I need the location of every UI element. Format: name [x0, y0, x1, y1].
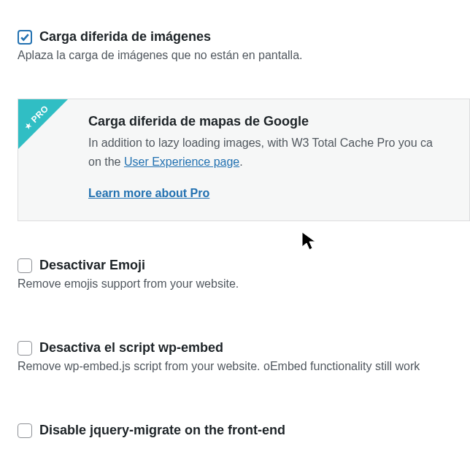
option-header: Disable jquery-migrate on the front-end: [18, 423, 470, 438]
option-disable-jquery-migrate: Disable jquery-migrate on the front-end: [18, 423, 470, 438]
checkbox-disable-wp-embed[interactable]: [18, 341, 32, 356]
option-header: Desactivar Emoji: [18, 258, 470, 273]
checkbox-disable-jquery-migrate[interactable]: [18, 423, 32, 438]
option-header: Carga diferida de imágenes: [18, 29, 470, 45]
option-title: Desactiva el script wp-embed: [39, 340, 223, 356]
checkbox-disable-emoji[interactable]: [18, 258, 32, 273]
option-disable-wp-embed: Desactiva el script wp-embed Remove wp-e…: [18, 340, 470, 373]
option-description: Remove wp-embed.js script from your webs…: [18, 360, 470, 373]
option-description: Remove emojis support from your website.: [18, 277, 470, 291]
option-description: Aplaza la carga de imágenes que no están…: [18, 49, 470, 62]
pro-feature-box: ★ PRO Carga diferida de mapas de Google …: [18, 99, 470, 221]
pro-desc-suffix: .: [239, 156, 242, 168]
pro-feature-description: In addition to lazy loading images, with…: [88, 134, 455, 171]
option-title: Carga diferida de imágenes: [39, 29, 211, 45]
pro-desc-text-2: on the: [88, 156, 124, 168]
option-title: Desactivar Emoji: [39, 258, 145, 273]
user-experience-link[interactable]: User Experience page: [124, 156, 239, 168]
option-lazy-images: Carga diferida de imágenes Aplaza la car…: [18, 29, 470, 62]
learn-more-link[interactable]: Learn more about Pro: [88, 187, 209, 200]
checkbox-lazy-images[interactable]: [18, 30, 32, 45]
option-title: Disable jquery-migrate on the front-end: [39, 423, 285, 438]
settings-section: Carga diferida de imágenes Aplaza la car…: [0, 0, 470, 438]
option-header: Desactiva el script wp-embed: [18, 340, 470, 356]
pro-desc-text-1: In addition to lazy loading images, with…: [88, 137, 433, 149]
pro-feature-title: Carga diferida de mapas de Google: [88, 114, 455, 129]
check-icon: [20, 32, 30, 42]
option-disable-emoji: Desactivar Emoji Remove emojis support f…: [18, 258, 470, 291]
